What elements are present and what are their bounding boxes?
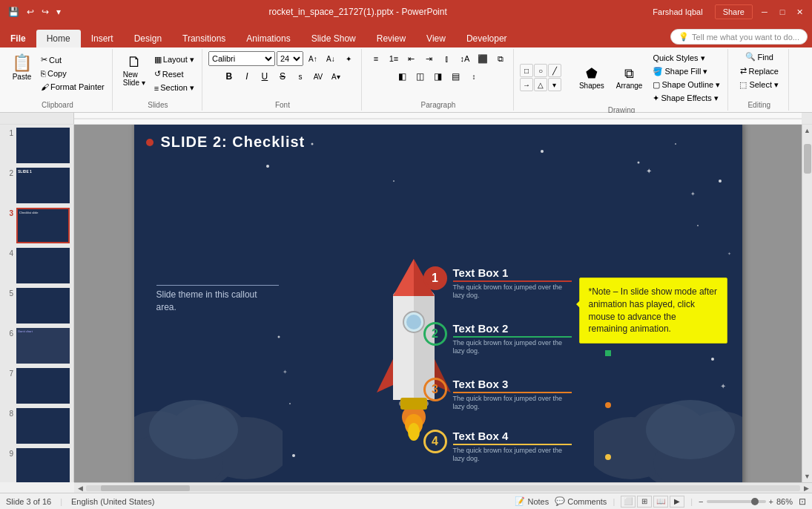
bullets-button[interactable]: ≡ bbox=[368, 50, 384, 67]
columns-button[interactable]: ⫿ bbox=[439, 50, 455, 67]
thumb-5[interactable] bbox=[16, 288, 70, 324]
zoom-in-button[interactable]: + bbox=[769, 497, 773, 506]
slide-thumb-9[interactable]: 9 bbox=[3, 448, 70, 482]
vertical-scrollbar[interactable]: ▲ ▼ bbox=[802, 125, 812, 482]
slide-thumb-4[interactable]: 4 bbox=[3, 248, 70, 283]
tab-design[interactable]: Design bbox=[124, 30, 172, 47]
tab-review[interactable]: Review bbox=[366, 30, 416, 47]
scroll-thumb[interactable] bbox=[804, 144, 811, 174]
decrease-font-button[interactable]: A↓ bbox=[323, 50, 339, 67]
clear-format-button[interactable]: ✦ bbox=[340, 50, 357, 67]
tell-me-input[interactable]: 💡 Tell me what you want to do... bbox=[670, 29, 808, 45]
slide-thumb-7[interactable]: 7 bbox=[3, 368, 70, 404]
close-button[interactable]: ✕ bbox=[794, 6, 806, 18]
scroll-right-button[interactable]: ▶ bbox=[800, 483, 812, 493]
scroll-down-button[interactable]: ▼ bbox=[802, 470, 812, 482]
thumb-9[interactable] bbox=[16, 448, 70, 482]
tab-file[interactable]: File bbox=[0, 30, 36, 47]
shape-ellipse[interactable]: ○ bbox=[534, 64, 547, 77]
slide-thumb-3[interactable]: 3 Checklist slide bbox=[3, 208, 70, 243]
slideshow-button[interactable]: ▶ bbox=[670, 496, 684, 508]
char-spacing-button[interactable]: AV bbox=[310, 68, 326, 85]
customize-icon[interactable]: ▾ bbox=[54, 5, 63, 19]
tab-developer[interactable]: Developer bbox=[456, 30, 518, 47]
fit-button[interactable]: ⊡ bbox=[799, 496, 806, 507]
section-button[interactable]: ≡ Section ▾ bbox=[151, 82, 197, 94]
thumb-1[interactable] bbox=[16, 128, 70, 163]
smartart-button[interactable]: ⧉ bbox=[492, 50, 509, 67]
new-slide-button[interactable]: 🗋 NewSlide ▾ bbox=[119, 50, 150, 90]
slide-thumb-1[interactable]: 1 bbox=[3, 128, 70, 163]
format-painter-button[interactable]: 🖌 Format Painter bbox=[38, 81, 108, 93]
share-button[interactable]: Share bbox=[715, 4, 753, 19]
tab-home[interactable]: Home bbox=[36, 30, 81, 47]
text-item-1[interactable]: 1 Text Box 1 The quick brown fox jumped … bbox=[423, 266, 572, 301]
shape-arrow[interactable]: → bbox=[520, 78, 533, 91]
find-button[interactable]: 🔍 Find bbox=[742, 50, 776, 63]
layout-button[interactable]: ▦ Layout ▾ bbox=[151, 53, 197, 66]
zoom-slider[interactable] bbox=[707, 500, 766, 503]
tab-animations[interactable]: Animations bbox=[236, 30, 300, 47]
underline-button[interactable]: U bbox=[257, 68, 273, 85]
italic-button[interactable]: I bbox=[239, 68, 255, 85]
text-item-3[interactable]: 3 Text Box 3 The quick brown fox jumped … bbox=[423, 378, 572, 412]
reset-button[interactable]: ↺ Reset bbox=[151, 68, 197, 80]
replace-button[interactable]: ⇄ Replace bbox=[737, 65, 782, 77]
tab-insert[interactable]: Insert bbox=[81, 30, 124, 47]
quick-styles-button[interactable]: Quick Styles ▾ bbox=[650, 52, 723, 65]
slide-sorter-button[interactable]: ⊞ bbox=[637, 496, 652, 508]
scroll-left-button[interactable]: ◀ bbox=[74, 483, 86, 493]
copy-button[interactable]: ⎘ Copy bbox=[38, 68, 108, 79]
maximize-button[interactable]: □ bbox=[776, 6, 788, 18]
hscroll-thumb[interactable] bbox=[101, 485, 190, 491]
slide-thumb-6[interactable]: 6 Gantt chart bbox=[3, 328, 70, 364]
zoom-thumb[interactable] bbox=[751, 498, 759, 505]
reading-view-button[interactable]: 📖 bbox=[653, 496, 668, 508]
text-direction-button[interactable]: ↕A bbox=[457, 50, 473, 67]
increase-indent-button[interactable]: ⇥ bbox=[421, 50, 438, 67]
align-text-button[interactable]: ⬛ bbox=[475, 50, 491, 67]
increase-font-button[interactable]: A↑ bbox=[305, 50, 321, 67]
slide-canvas[interactable]: ✦ ✦ ✦ ✦ ✦ ✦ bbox=[134, 125, 742, 482]
undo-icon[interactable]: ↩ bbox=[24, 5, 36, 19]
numbering-button[interactable]: 1≡ bbox=[386, 50, 402, 67]
select-button[interactable]: ⬚ Select ▾ bbox=[736, 79, 782, 91]
bold-button[interactable]: B bbox=[221, 68, 237, 85]
normal-view-button[interactable]: ⬜ bbox=[621, 496, 636, 508]
shape-triangle[interactable]: △ bbox=[534, 78, 547, 91]
tab-transitions[interactable]: Transitions bbox=[172, 30, 236, 47]
text-item-4[interactable]: 4 Text Box 4 The quick brown fox jumped … bbox=[423, 430, 572, 464]
align-right-button[interactable]: ◨ bbox=[430, 68, 446, 85]
strikethrough-button[interactable]: S bbox=[274, 68, 291, 85]
thumb-7[interactable] bbox=[16, 368, 70, 404]
horizontal-scrollbar[interactable]: ◀ ▶ bbox=[74, 482, 812, 493]
thumb-2[interactable]: SLIDE 1 bbox=[16, 168, 70, 203]
shape-outline-button[interactable]: ▢ Shape Outline ▾ bbox=[650, 79, 723, 91]
arrange-button[interactable]: ⧉ Arrange bbox=[612, 63, 647, 93]
slide-thumb-5[interactable]: 5 bbox=[3, 288, 70, 324]
tab-view[interactable]: View bbox=[416, 30, 456, 47]
comments-button[interactable]: 💬 Comments bbox=[555, 496, 607, 506]
thumb-8[interactable] bbox=[16, 408, 70, 444]
shape-effects-button[interactable]: ✦ Shape Effects ▾ bbox=[650, 92, 723, 105]
paste-button[interactable]: 📋 Paste bbox=[7, 50, 36, 84]
thumb-6[interactable]: Gantt chart bbox=[16, 328, 70, 364]
thumb-4[interactable] bbox=[16, 248, 70, 283]
thumb-3[interactable]: Checklist slide bbox=[16, 208, 70, 243]
shape-more[interactable]: ▾ bbox=[548, 78, 561, 91]
tab-slideshow[interactable]: Slide Show bbox=[301, 30, 366, 47]
minimize-button[interactable]: ─ bbox=[759, 6, 770, 18]
save-icon[interactable]: 💾 bbox=[6, 5, 22, 19]
decrease-indent-button[interactable]: ⇤ bbox=[403, 50, 420, 67]
scroll-up-button[interactable]: ▲ bbox=[802, 125, 812, 137]
text-item-2[interactable]: 2 Text Box 2 The quick brown fox jumped … bbox=[423, 322, 572, 356]
cut-button[interactable]: ✂ Cut bbox=[38, 53, 108, 66]
shape-fill-button[interactable]: 🪣 Shape Fill ▾ bbox=[650, 65, 723, 78]
shape-rect[interactable]: □ bbox=[520, 64, 533, 77]
slide-thumb-8[interactable]: 8 bbox=[3, 408, 70, 444]
slide-thumb-2[interactable]: 2 SLIDE 1 bbox=[3, 168, 70, 203]
line-spacing-button[interactable]: ↕ bbox=[466, 68, 482, 85]
shapes-button[interactable]: ⬟ Shapes bbox=[575, 62, 609, 93]
notes-button[interactable]: 📝 Notes bbox=[515, 496, 549, 506]
shape-line[interactable]: ╱ bbox=[548, 64, 561, 77]
